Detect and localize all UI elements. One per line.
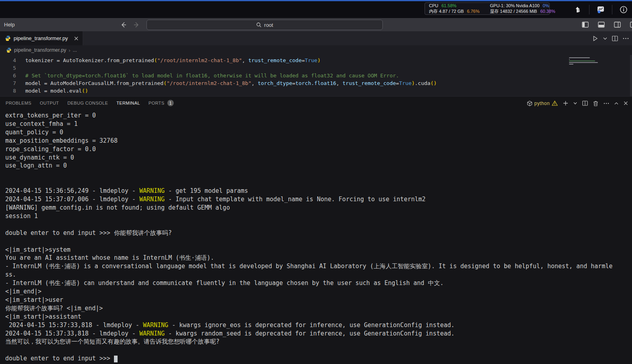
panel-tab-debug-console[interactable]: DEBUG CONSOLE (67, 97, 108, 110)
close-tab-icon[interactable] (74, 36, 79, 41)
breadcrumb: pipeline_transformer.py › ... (0, 45, 632, 55)
gpu-stat: GPU-1: 30% Nvidia A100 0% (490, 3, 555, 8)
terminal-line: max_position_embeddings = 32768 (5, 137, 632, 145)
terminal-line: <|im_start|>assistant (5, 313, 632, 321)
terminal-line: extra_tokens_per_iter = 0 (5, 111, 632, 120)
search-value: root (264, 22, 273, 28)
transfer-arrows-icon[interactable] (572, 4, 584, 16)
terminal-line: 2024-04-15 15:36:56,249 - lmdeploy - WAR… (5, 187, 632, 195)
terminal-line: use_context_fmha = 1 (5, 120, 632, 128)
warning-triangle-icon (552, 101, 558, 106)
terminal-line: double enter to end input >>> 你能帮我讲个故事吗? (5, 229, 632, 237)
terminal-line: - InternLM (书生·浦语) is a conversational l… (5, 262, 632, 271)
code-lines: 4tokenizer = AutoTokenizer.from_pretrain… (0, 55, 632, 95)
memory-label: 内存 4.87 / 72 GB (429, 9, 464, 14)
gpu-value: 0% (543, 3, 549, 8)
python-file-icon (5, 35, 11, 41)
run-python-file-icon[interactable] (592, 35, 598, 42)
terminal-line: quant_policy = 0 (5, 128, 632, 137)
terminal-line: [WARNING] gemm_config.in is not found; u… (5, 204, 632, 212)
panel-tab-terminal[interactable]: TERMINAL (116, 97, 140, 110)
terminal-line: You are an AI assistant whose name is In… (5, 254, 632, 262)
terminal-line: <|im_start|>user (5, 296, 632, 304)
memory-stat: 内存 4.87 / 72 GB 6.76% (429, 9, 480, 14)
cpu-label: CPU (429, 3, 438, 8)
vram-stat: 显存 14832 / 24566 MiB 60.38% (490, 9, 555, 14)
gpu-label: GPU-1: 30% Nvidia A100 (490, 3, 540, 8)
terminal-line: session 1 (5, 212, 632, 220)
terminal-line (5, 178, 632, 187)
terminal-line: 2024-04-15 15:37:33,818 - lmdeploy - WAR… (5, 330, 632, 338)
split-editor-icon[interactable] (612, 36, 618, 41)
terminal-line: <|im_end|> (5, 287, 632, 296)
memory-value: 6.76% (467, 9, 480, 14)
more-actions-icon[interactable] (623, 38, 629, 39)
command-center-search[interactable]: root (146, 20, 383, 30)
panel-tab-ports[interactable]: PORTS 1 (148, 97, 174, 110)
line-number: 7 (0, 79, 16, 87)
vscode-window: CPU 61.58% 内存 4.87 / 72 GB 6.76% GPU-1: … (0, 0, 632, 364)
toggle-secondary-sidebar-icon[interactable] (611, 19, 623, 31)
cpu-stat: CPU 61.58% (429, 3, 480, 8)
breadcrumb-file[interactable]: pipeline_transformer.py (14, 47, 66, 53)
line-number: 8 (0, 87, 16, 95)
code-line: 4tokenizer = AutoTokenizer.from_pretrain… (0, 57, 632, 64)
close-panel-icon[interactable] (624, 101, 628, 105)
terminal-line: ss. (5, 271, 632, 279)
cpu-value: 61.58% (441, 3, 456, 8)
code-line: 6# Set `torch_dtype=torch.float16` to lo… (0, 72, 632, 79)
python-file-icon (6, 47, 12, 53)
code-editor[interactable]: 4tokenizer = AutoTokenizer.from_pretrain… (0, 55, 632, 96)
breadcrumb-more[interactable]: ... (73, 47, 77, 53)
editor-tabbar: pipeline_transformer.py (0, 31, 632, 45)
chevron-right-icon: › (69, 47, 70, 53)
more-actions-icon[interactable] (604, 103, 609, 104)
info-icon[interactable] (618, 4, 630, 16)
panel-tab-output[interactable]: OUTPUT (40, 97, 59, 110)
toggle-panel-icon[interactable] (595, 19, 607, 31)
menu-bar: Help root (0, 18, 632, 31)
code-line: 5 (0, 64, 632, 72)
customize-layout-icon[interactable] (627, 19, 632, 31)
resource-monitor: CPU 61.58% 内存 4.87 / 72 GB 6.76% GPU-1: … (425, 2, 550, 15)
search-icon (256, 22, 262, 28)
python-cube-icon (527, 101, 532, 106)
menu-item-help[interactable]: Help (0, 22, 19, 28)
terminal-line: <|im_start|>system (5, 246, 632, 254)
system-topbar: CPU 61.58% 内存 4.87 / 72 GB 6.76% GPU-1: … (0, 0, 632, 18)
launch-profile-dropdown-icon[interactable] (573, 102, 577, 105)
back-arrow-icon[interactable] (119, 20, 128, 29)
toggle-sidebar-icon[interactable] (579, 19, 591, 31)
monitor-toggle-icon[interactable] (595, 4, 607, 16)
terminal-line: 2024-04-15 15:37:33,818 - lmdeploy - WAR… (5, 321, 632, 330)
vram-value: 60.38% (540, 9, 555, 14)
terminal-line (5, 346, 632, 354)
vram-label: 显存 14832 / 24566 MiB (490, 9, 537, 14)
forward-arrow-icon[interactable] (132, 20, 141, 29)
panel-tab-problems[interactable]: PROBLEMS (6, 97, 31, 110)
terminal-line: use_dynamic_ntk = 0 (5, 154, 632, 162)
terminal-line: 你能帮我讲个故事吗? <|im_end|> (5, 304, 632, 313)
terminal-shell-label[interactable]: python (527, 101, 558, 106)
window-accent-strip (0, 0, 632, 1)
maximize-panel-icon[interactable] (614, 102, 618, 105)
tab-pipeline-transformer[interactable]: pipeline_transformer.py (0, 31, 83, 45)
kill-terminal-icon[interactable] (593, 101, 598, 106)
topbar-separator (589, 5, 589, 14)
run-dropdown-icon[interactable] (603, 37, 607, 40)
terminal-line: rope_scaling_factor = 0.0 (5, 145, 632, 154)
tab-label: pipeline_transformer.py (14, 35, 68, 41)
terminal-line (5, 170, 632, 178)
minimap[interactable] (569, 57, 606, 65)
terminal-line (5, 237, 632, 246)
terminal-output[interactable]: extra_tokens_per_iter = 0use_context_fmh… (0, 109, 632, 364)
panel-tabbar: PROBLEMS OUTPUT DEBUG CONSOLE TERMINAL P… (0, 96, 632, 110)
split-terminal-icon[interactable] (582, 101, 588, 106)
editor-scrollbar[interactable] (630, 55, 632, 96)
code-line: 8model = model.eval() (0, 87, 632, 95)
terminal-line (5, 220, 632, 229)
line-number: 4 (0, 57, 16, 64)
line-number: 6 (0, 72, 16, 79)
new-terminal-icon[interactable] (563, 101, 568, 106)
terminal-line: double enter to end input >>> (5, 354, 632, 363)
